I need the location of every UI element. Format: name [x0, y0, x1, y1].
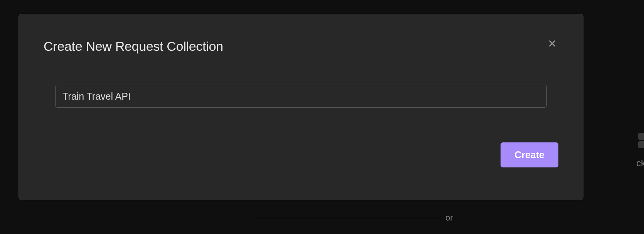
input-container: [44, 85, 558, 108]
background-or-text: or: [445, 213, 453, 223]
create-button[interactable]: Create: [501, 142, 558, 167]
close-icon: [547, 38, 557, 48]
background-label-fragment: ck Se: [636, 158, 644, 169]
modal-title: Create New Request Collection: [44, 39, 223, 54]
background-divider: [255, 218, 438, 218]
background-chip: [638, 133, 644, 140]
background-chip: [638, 141, 644, 148]
create-collection-modal: Create New Request Collection Create: [19, 14, 583, 200]
modal-header: Create New Request Collection: [44, 39, 558, 54]
modal-footer: Create: [44, 142, 558, 167]
collection-name-input[interactable]: [55, 85, 547, 108]
close-button[interactable]: [546, 37, 558, 50]
background-toggle-group: [638, 133, 644, 148]
